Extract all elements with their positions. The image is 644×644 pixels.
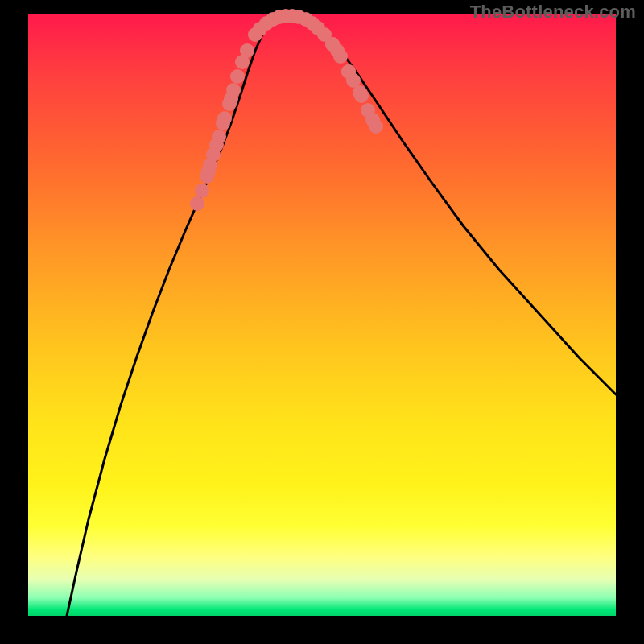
chart-svg (28, 14, 616, 616)
data-point (240, 43, 254, 58)
data-point (341, 64, 356, 79)
data-point (230, 69, 245, 84)
data-point (206, 147, 221, 162)
data-point (212, 130, 226, 144)
chart-frame: TheBottleneck.com (0, 0, 644, 644)
data-point (354, 89, 369, 103)
data-point (201, 164, 216, 179)
bottleneck-curve (67, 16, 616, 616)
markers-layer (190, 9, 383, 211)
watermark-text: TheBottleneck.com (470, 2, 636, 23)
data-point (216, 116, 230, 130)
plot-area (28, 14, 616, 616)
data-point (222, 97, 237, 111)
curve-layer (67, 16, 616, 616)
data-point (365, 113, 380, 127)
data-point (195, 184, 209, 198)
data-point (226, 83, 241, 97)
data-point (325, 37, 340, 52)
data-point (190, 196, 204, 211)
